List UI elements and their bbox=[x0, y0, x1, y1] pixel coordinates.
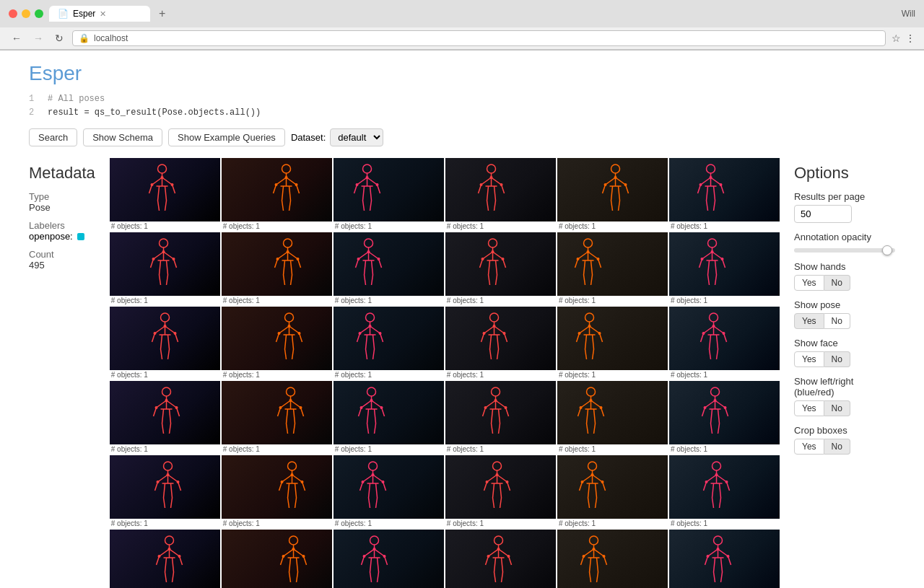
grid-cell[interactable]: # objects: 1 bbox=[110, 158, 220, 231]
grid-cell[interactable]: # objects: 1 bbox=[557, 158, 668, 231]
line-number-2: 2 bbox=[29, 106, 39, 120]
show-hands-label: Show hands bbox=[794, 261, 895, 272]
address-bar[interactable]: 🔒 localhost bbox=[72, 30, 886, 46]
back-button[interactable]: ← bbox=[9, 31, 25, 45]
svg-line-400 bbox=[588, 498, 589, 508]
svg-line-192 bbox=[292, 349, 293, 359]
grid-cell[interactable]: # objects: 1 bbox=[334, 381, 444, 454]
grid-cell[interactable]: # objects: 1 bbox=[222, 158, 332, 231]
crop-bboxes-no-button[interactable]: No bbox=[824, 439, 850, 455]
grid-cell[interactable]: # objects: 1 bbox=[669, 455, 780, 528]
grid-cell[interactable]: # objects: 1 bbox=[669, 307, 780, 379]
new-tab-button[interactable]: + bbox=[159, 7, 165, 20]
svg-line-330 bbox=[710, 424, 712, 434]
svg-line-212 bbox=[484, 326, 494, 333]
grid-cell[interactable]: # objects: 1 bbox=[110, 232, 220, 305]
show-leftright-yes-button[interactable]: Yes bbox=[794, 400, 824, 416]
grid-cell[interactable]: # objects: 1 bbox=[222, 307, 332, 379]
results-per-page-input[interactable] bbox=[794, 205, 852, 223]
svg-point-166 bbox=[700, 258, 703, 260]
svg-point-417 bbox=[715, 473, 718, 476]
svg-line-149 bbox=[590, 260, 592, 275]
show-hands-yes-button[interactable]: Yes bbox=[794, 275, 824, 291]
minimize-button[interactable] bbox=[22, 9, 30, 18]
grid-cell[interactable]: # objects: 1 bbox=[445, 530, 556, 588]
grid-cell[interactable]: # objects: 1 bbox=[334, 158, 444, 231]
svg-line-340 bbox=[167, 475, 178, 482]
svg-line-452 bbox=[374, 549, 384, 556]
grid-cell[interactable]: # objects: 1 bbox=[110, 530, 220, 588]
svg-point-375 bbox=[371, 473, 374, 476]
labeler-color-dot bbox=[77, 233, 84, 240]
grid-cell[interactable]: # objects: 1 bbox=[669, 232, 780, 305]
maximize-button[interactable] bbox=[35, 9, 43, 18]
show-example-queries-button[interactable]: Show Example Queries bbox=[168, 128, 285, 146]
svg-line-472 bbox=[501, 572, 502, 582]
grid-cell[interactable]: # objects: 1 bbox=[669, 530, 780, 588]
bookmark-icon[interactable]: ☆ bbox=[892, 32, 901, 44]
show-pose-no-button[interactable]: No bbox=[824, 313, 850, 329]
svg-line-373 bbox=[375, 483, 377, 498]
grid-cell[interactable]: # objects: 1 bbox=[445, 381, 556, 454]
forward-button[interactable]: → bbox=[30, 31, 46, 45]
svg-line-36 bbox=[362, 201, 364, 211]
svg-point-252 bbox=[162, 387, 170, 396]
cell-object-count: # objects: 1 bbox=[110, 296, 220, 305]
grid-cell[interactable]: # objects: 1 bbox=[669, 381, 780, 454]
svg-point-292 bbox=[359, 406, 362, 409]
svg-line-396 bbox=[592, 475, 602, 482]
close-button[interactable] bbox=[9, 9, 17, 18]
svg-point-349 bbox=[176, 481, 179, 483]
grid-cell[interactable]: # objects: 1 bbox=[334, 232, 444, 305]
cell-object-count: # objects: 1 bbox=[334, 444, 444, 454]
grid-cell[interactable]: # objects: 1 bbox=[222, 232, 332, 305]
show-face-no-button[interactable]: No bbox=[824, 351, 850, 367]
show-leftright-no-button[interactable]: No bbox=[824, 400, 850, 416]
grid-cell[interactable]: # objects: 1 bbox=[445, 158, 556, 231]
grid-cell[interactable]: # objects: 1 bbox=[110, 455, 220, 528]
grid-cell[interactable]: # objects: 1 bbox=[445, 455, 556, 528]
show-face-yes-button[interactable]: Yes bbox=[794, 351, 824, 367]
show-schema-button[interactable]: Show Schema bbox=[83, 128, 162, 146]
grid-cell[interactable]: # objects: 1 bbox=[222, 455, 332, 528]
grid-cell[interactable]: # objects: 1 bbox=[557, 455, 668, 528]
tab-close-button[interactable]: ✕ bbox=[100, 9, 106, 19]
grid-cell[interactable]: # objects: 1 bbox=[445, 307, 556, 379]
grid-cell[interactable]: # objects: 1 bbox=[222, 381, 332, 454]
crop-bboxes-yes-button[interactable]: Yes bbox=[794, 439, 824, 455]
svg-line-302 bbox=[491, 424, 492, 434]
browser-tab[interactable]: 📄 Esper ✕ bbox=[49, 6, 150, 22]
grid-cell[interactable]: # objects: 1 bbox=[222, 530, 332, 588]
svg-point-26 bbox=[274, 183, 277, 186]
grid-cell[interactable]: # objects: 1 bbox=[669, 158, 780, 231]
grid-cell[interactable]: # objects: 1 bbox=[110, 381, 220, 454]
reload-button[interactable]: ↻ bbox=[52, 31, 66, 45]
grid-cell[interactable]: # objects: 1 bbox=[557, 307, 668, 379]
svg-point-68 bbox=[603, 183, 606, 186]
grid-cell[interactable]: # objects: 1 bbox=[557, 381, 668, 454]
svg-line-368 bbox=[372, 475, 383, 482]
svg-point-391 bbox=[505, 481, 508, 483]
search-button[interactable]: Search bbox=[29, 128, 77, 146]
svg-line-270 bbox=[290, 400, 300, 408]
grid-cell[interactable]: # objects: 1 bbox=[334, 455, 444, 528]
grid-cell[interactable]: # objects: 1 bbox=[334, 530, 444, 588]
svg-point-40 bbox=[355, 183, 358, 186]
svg-line-455 bbox=[370, 558, 371, 572]
grid-cell[interactable]: # objects: 1 bbox=[557, 530, 668, 588]
svg-line-324 bbox=[705, 400, 715, 408]
svg-line-206 bbox=[372, 349, 374, 359]
svg-line-72 bbox=[700, 177, 710, 185]
menu-icon[interactable]: ⋮ bbox=[905, 32, 915, 44]
dataset-dropdown[interactable]: default bbox=[330, 128, 383, 146]
svg-line-178 bbox=[167, 349, 169, 359]
grid-cell[interactable]: # objects: 1 bbox=[110, 307, 220, 379]
opacity-slider-thumb[interactable] bbox=[882, 245, 892, 255]
show-pose-yes-button[interactable]: Yes bbox=[794, 313, 824, 329]
grid-cell[interactable]: # objects: 1 bbox=[334, 307, 444, 379]
grid-cell[interactable]: # objects: 1 bbox=[445, 232, 556, 305]
cell-object-count: # objects: 1 bbox=[222, 296, 332, 305]
show-hands-no-button[interactable]: No bbox=[824, 275, 850, 291]
svg-line-204 bbox=[365, 349, 367, 359]
grid-cell[interactable]: # objects: 1 bbox=[557, 232, 668, 305]
